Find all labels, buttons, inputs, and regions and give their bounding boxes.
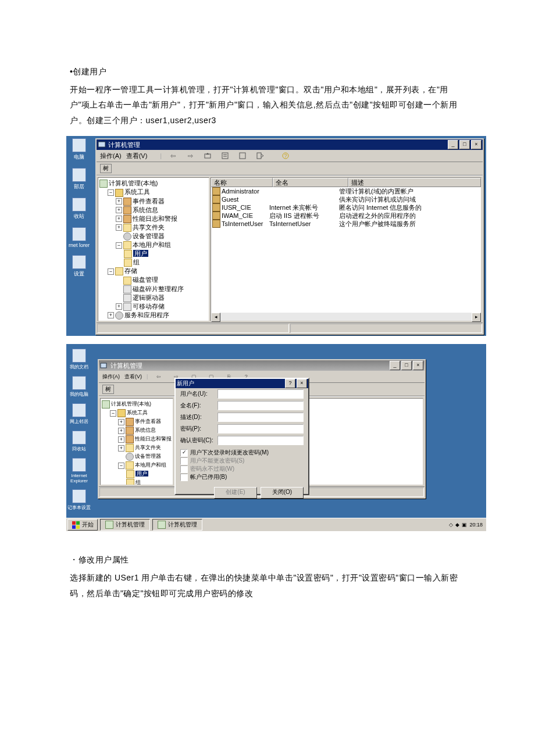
svg-rect-13 [76,525,80,529]
window-icon [100,361,108,370]
col-desc[interactable]: 描述 [348,178,481,187]
desktop-icon[interactable]: 记事本设置 [66,489,92,511]
checkbox-neverexpire [180,465,188,473]
svg-rect-1 [205,154,211,158]
expand-icon[interactable]: + [116,216,122,222]
desktop-icon[interactable]: Internet Explorer [66,458,92,483]
maximize-button[interactable]: □ [401,361,412,370]
input-confirm[interactable] [217,436,304,445]
menu-view[interactable]: 查看(V) [124,373,142,381]
tray-icon[interactable]: ▣ [462,522,467,528]
tree-tab[interactable]: 树 [100,164,112,173]
input-password[interactable] [217,424,304,433]
devicemgr-icon [123,232,131,241]
toolbar-properties-icon[interactable] [219,150,231,162]
input-username[interactable] [217,389,304,399]
titlebar[interactable]: 计算机管理 _ □ × [99,360,425,371]
tree-item-groups[interactable]: 组 [133,259,140,266]
dialog-titlebar[interactable]: 新用户 ? × [176,379,308,388]
minimize-button[interactable]: _ [390,361,400,370]
logical-icon [123,294,131,302]
maximize-button[interactable]: □ [459,140,470,149]
services-icon [115,311,123,320]
expand-icon[interactable]: + [108,312,114,318]
label-username: 用户名(U): [180,390,215,398]
dialog-new-user: 新用户 ? × 用户名(U): 全名(F): 描述(D): 密码(P): 确认密… [174,378,309,495]
nav-back-icon[interactable]: ⇦ [152,371,165,382]
window-icon [105,521,113,529]
tree-pane[interactable]: 计算机管理(本地) −系统工具 +事件查看器 +系统信息 +性能日志和警报 +共… [98,177,209,321]
dialog-title: 新用户 [177,379,194,388]
toolbar-export-icon[interactable] [254,150,266,162]
checkbox-mustchange[interactable]: ✓ [180,449,188,457]
nav-forward-icon[interactable]: ⇨ [184,150,197,162]
desktop-icon[interactable]: 部居 [66,168,92,191]
list-row[interactable]: Guest 供来宾访问计算机或访问域 [211,195,481,203]
window-title: 计算机管理 [108,141,140,149]
desktop-icon[interactable]: 网上邻居 [66,403,92,425]
taskbar-item[interactable]: 计算机管理 [100,519,150,531]
taskbar: 开始 计算机管理 计算机管理 ◇ ◆ ▣ 20:18 [66,518,486,531]
expand-icon[interactable]: + [116,303,122,310]
close-button[interactable]: × [297,379,307,388]
help-button[interactable]: ? [285,379,295,388]
menu-action[interactable]: 操作(A) [100,152,122,160]
menubar: 操作(A) 查看(V) | ⇦ ⇨ [97,150,483,162]
checkbox-disabled[interactable] [180,474,188,481]
list-pane[interactable]: 名称 全名 描述 Administrator 管理计算机(域)的内置帐户 Gue… [211,177,482,321]
tray-icon[interactable]: ◇ [449,522,453,528]
close-dialog-button[interactable]: 关闭(O) [261,487,304,499]
list-row[interactable]: Administrator 管理计算机(域)的内置帐户 [211,187,481,195]
horizontal-scrollbar[interactable]: ◂ ▸ [211,313,481,321]
desktop-icon[interactable]: 回收站 [66,431,92,452]
col-name[interactable]: 名称 [211,178,273,187]
minimize-button[interactable]: _ [448,140,458,149]
input-desc[interactable] [217,413,304,422]
taskbar-item[interactable]: 计算机管理 [152,519,202,531]
menu-view[interactable]: 查看(V) [126,152,148,160]
tree-item-users[interactable]: 用户 [133,250,148,257]
desktop-icon[interactable]: 我的文档 [66,349,92,370]
tree-tab[interactable]: 树 [102,385,114,394]
label-fullname: 全名(F): [180,402,215,410]
col-fullname[interactable]: 全名 [273,178,348,187]
list-row[interactable]: IWAM_CIE 启动 IIS 进程帐号 启动进程之外的应用程序的 [211,212,481,220]
expand-icon[interactable]: + [116,198,122,205]
list-row[interactable]: IUSR_CIE Internet 来宾帐号 匿名访问 Internet 信息服… [211,203,481,212]
close-button[interactable]: × [471,140,482,149]
desktop-icon[interactable]: 设置 [66,255,92,278]
expand-icon[interactable]: − [116,242,122,249]
perflog-icon [123,215,131,223]
nav-back-icon[interactable]: ⇦ [166,150,179,162]
nav-up-icon[interactable] [201,150,214,162]
expand-icon[interactable]: + [116,224,122,231]
titlebar[interactable]: 计算机管理 _ □ × [97,139,483,150]
expand-icon[interactable]: − [108,189,114,196]
shared-icon [123,224,131,232]
tray-icon[interactable]: ◆ [455,522,459,528]
list-row[interactable]: TsInternetUser TsInternetUser 这个用户帐户被终端服… [211,220,481,228]
desktop-icon[interactable]: rnet lorer [66,227,92,248]
close-button[interactable]: × [413,361,423,370]
start-button[interactable]: 开始 [67,519,98,531]
paragraph-create-user: 开始一程序一管理工具一计算机管理，打开"计算机管理"窗口。双击"用户和本地组"，… [70,82,465,128]
expand-icon[interactable]: − [108,268,114,275]
scroll-left-icon[interactable]: ◂ [211,313,220,322]
tree-pane[interactable]: 计算机管理(本地) −系统工具 +事件查看器 +系统信息 +性能日志和警报 +共… [100,398,173,485]
scroll-right-icon[interactable]: ▸ [472,313,481,322]
expand-icon[interactable]: − [110,410,116,417]
menu-action[interactable]: 操作(A) [102,373,120,381]
toolbar-refresh-icon[interactable] [236,150,249,162]
desktop-icon[interactable]: 收站 [66,198,92,220]
user-icon [212,220,220,228]
desktop-icon[interactable]: 我的电脑 [66,376,92,397]
clock: 20:18 [469,522,483,528]
desktop-icons: 电脑 部居 收站 rnet lorer 设置 [66,136,92,278]
toolbar-help-icon[interactable]: ? [279,150,292,162]
expand-icon[interactable]: + [116,207,122,213]
input-fullname[interactable] [217,401,304,410]
create-button[interactable]: 创建(E) [214,487,257,499]
system-tray[interactable]: ◇ ◆ ▣ 20:18 [445,522,486,528]
toolbar-tree-label: 树 [97,162,483,175]
desktop-icon[interactable]: 电脑 [66,138,92,161]
